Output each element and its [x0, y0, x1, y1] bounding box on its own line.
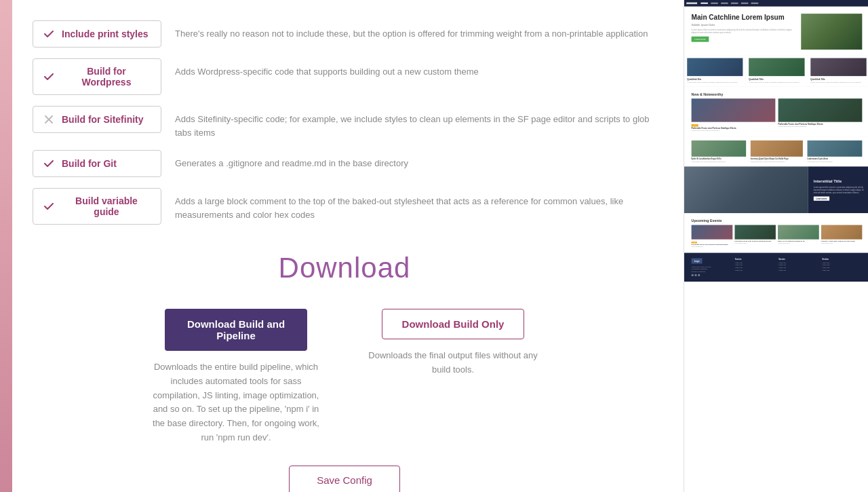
- preview-card-text: Lorem ipsum dolor sit amet consectetur a…: [687, 81, 743, 83]
- preview-upcoming-sub: Lorem ipsum dolor: [734, 242, 776, 244]
- preview-interstitial: Interstitial Title Lorem ipsum dolor sit…: [684, 166, 868, 213]
- preview-upcoming-item-1: badge Parhendis Fecos nem Porticus Simil…: [692, 225, 733, 247]
- preview-footer-link: Login Link: [822, 267, 862, 269]
- check-active-icon: [43, 157, 55, 170]
- preview-social-icons: [692, 274, 732, 276]
- preview-footer-col-1: Section Login Link Login Link Login Link…: [735, 258, 775, 276]
- preview-hero-image: [801, 14, 862, 50]
- option-label: Build for Git: [62, 158, 117, 169]
- download-pipeline-description: Downloads the entire build pipeline, whi…: [148, 360, 324, 445]
- preview-interstitial-body: Lorem ipsum dolor sit amet, consectetur …: [814, 186, 864, 194]
- preview-footer-link: Login Link: [735, 262, 775, 264]
- option-variable-guide-button[interactable]: Build variable guide: [33, 188, 161, 225]
- preview-footer-link: Login Link: [778, 262, 818, 264]
- preview-footer-col-title: Section: [822, 258, 862, 260]
- preview-hero: Main Catchline Lorem Ipsum Subtitle, Ips…: [684, 7, 868, 56]
- download-pipeline-button[interactable]: Download Build and Pipeline: [165, 309, 307, 351]
- preview-upcoming-title: Upcoming Events: [692, 219, 863, 223]
- preview-notable: New & Noteworthy badge Parhendis Fecos n…: [684, 87, 868, 137]
- option-sitefinity-button[interactable]: Build for Sitefinity: [33, 106, 161, 133]
- preview-footer: Logo Lorem ipsum dolor sit ametconsectet…: [684, 253, 868, 282]
- preview-upcoming: Upcoming Events badge Parhendis Fecos ne…: [684, 213, 868, 252]
- preview-nav-item: [741, 3, 749, 4]
- option-label: Include print styles: [62, 29, 149, 39]
- option-description: Adds Sitefinity-specific code; for examp…: [161, 106, 656, 139]
- preview-card-title: Quicklink Site: [687, 78, 743, 81]
- option-row: Build variable guide Adds a large block …: [33, 188, 656, 225]
- download-buttons: Download Build and Pipeline Downloads th…: [33, 309, 656, 445]
- preview-upcoming-image: [692, 225, 733, 239]
- preview-notable-grid: badge Parhendis Fecos nem Porticus Simil…: [692, 98, 863, 131]
- preview-footer-link: Login Link: [735, 269, 775, 271]
- option-wordpress-button[interactable]: Build for Wordpress: [33, 58, 161, 95]
- preview-more-card-3: Laboriosam Ciptic Amet Lorem ipsum dolor…: [805, 140, 862, 163]
- preview-social-icon-3: [698, 274, 700, 276]
- left-accent-bar: [0, 0, 12, 492]
- preview-more-title: Ephiv Si Lar-alborilum Esque Et Ex: [692, 158, 746, 160]
- preview-hero-title: Main Catchline Lorem Ipsum: [692, 14, 794, 22]
- option-label: Build variable guide: [62, 195, 151, 217]
- option-print-styles-button[interactable]: Include print styles: [33, 20, 161, 48]
- preview-interstitial-title: Interstitial Title: [814, 179, 864, 184]
- preview-notable-meta: Parhendis Fecos nem Porticus Similique E…: [778, 124, 863, 128]
- preview-upcoming-label: Parhendis Fecos nem Porticus Similique E…: [692, 244, 733, 246]
- preview-notable-badge: badge: [692, 124, 698, 126]
- preview-footer-link: Login Link: [778, 264, 818, 266]
- preview-cards: Quicklink Site Lorem ipsum dolor sit ame…: [684, 55, 868, 87]
- preview-notable-title: New & Noteworthy: [692, 92, 863, 96]
- preview-more-title: Inventory Quad Open Neque Cor Nulla Prig…: [751, 158, 803, 160]
- check-active-icon: [43, 71, 55, 83]
- preview-card-title: Quicklink Title: [810, 78, 867, 81]
- main-content: Include print styles There's really no r…: [12, 0, 684, 492]
- preview-card-text: Lorem ipsum dolor sit amet consectetur a…: [749, 81, 804, 83]
- preview-social-icon-2: [694, 274, 696, 276]
- preview-notable-sub: Lorem ipsum dolor sit amet consectetur: [778, 126, 863, 128]
- preview-upcoming-item-3: Ephiv Si Lar-alborilum Esque Et Ex Lorem…: [778, 225, 819, 247]
- option-row: Include print styles There's really no r…: [33, 20, 656, 48]
- preview-upcoming-badge: badge: [692, 242, 697, 243]
- preview-footer-link: Login Link: [735, 267, 775, 269]
- preview-card-text: Lorem ipsum dolor sit amet consectetur a…: [810, 81, 867, 83]
- preview-footer-col-title: Section: [778, 258, 818, 260]
- download-section: Download Download Build and Pipeline Dow…: [33, 252, 656, 445]
- preview-notable-image: [778, 98, 863, 121]
- preview-notable-item-1: badge Parhendis Fecos nem Porticus Simil…: [692, 98, 776, 131]
- preview-more-text: Lorem ipsum dolor sit amet consectetur a…: [751, 161, 803, 163]
- preview-upcoming-label: Ephiv Si Lar-alborilum Esque Et Ex: [778, 240, 819, 242]
- preview-upcoming-image: [734, 225, 776, 239]
- preview-footer-link: Login Link: [735, 264, 775, 266]
- preview-nav: [684, 0, 868, 7]
- preview-more-text: Lorem ipsum dolor sit amet consectetur: [808, 161, 863, 163]
- preview-card-image: [687, 58, 743, 77]
- preview-notable-label: Parhendis Fecos nem Porticus Similique E…: [692, 128, 776, 130]
- check-active-icon: [43, 28, 55, 40]
- preview-nav-item: [711, 3, 718, 4]
- preview-more-card-1: Ephiv Si Lar-alborilum Esque Et Ex Lorem…: [692, 140, 749, 163]
- preview-upcoming-sub: Lorem ipsum dolor: [778, 242, 819, 244]
- preview-more-image: [808, 140, 863, 157]
- save-config-button[interactable]: Save Config: [289, 466, 400, 492]
- preview-nav-items: [701, 3, 758, 4]
- option-description: Adds a large block comment to the top of…: [161, 188, 656, 221]
- preview-footer-col-title: Section: [735, 258, 775, 260]
- preview-upcoming-item-4: Inventory Quad Open Neque Cor Nulla Prig…: [821, 225, 863, 247]
- preview-hero-body: Lorem ipsum dolor sit amet consectetur a…: [692, 28, 794, 34]
- download-title: Download: [33, 252, 656, 284]
- download-build-only-button[interactable]: Download Build Only: [382, 309, 524, 339]
- check-inactive-icon: [43, 113, 55, 126]
- preview-upcoming-sub: Lorem ipsum dolor: [692, 246, 733, 247]
- preview-footer-link: Login Link: [778, 269, 818, 271]
- preview-more-card-2: Inventory Quad Open Neque Cor Nulla Prig…: [749, 140, 806, 163]
- option-description: Adds Wordpress-specific code that suppor…: [161, 58, 656, 79]
- preview-hero-text: Main Catchline Lorem Ipsum Subtitle, Ips…: [692, 14, 794, 41]
- download-only-col: Download Build Only Downloads the final …: [365, 309, 541, 377]
- option-row: Build for Git Generates a .gitignore and…: [33, 150, 656, 177]
- preview-hero-subtitle: Subtitle, Ipsum Dolor: [692, 24, 794, 26]
- option-git-button[interactable]: Build for Git: [33, 150, 161, 177]
- preview-interstitial-btn: Learn more: [814, 196, 829, 200]
- option-description: There's really no reason not to include …: [161, 20, 656, 41]
- preview-more-title: Laboriosam Ciptic Amet: [808, 158, 863, 160]
- preview-upcoming-image: [821, 225, 863, 239]
- preview-footer-logo: Logo: [692, 258, 703, 263]
- option-description: Generates a .gitignore and readme.md in …: [161, 150, 656, 170]
